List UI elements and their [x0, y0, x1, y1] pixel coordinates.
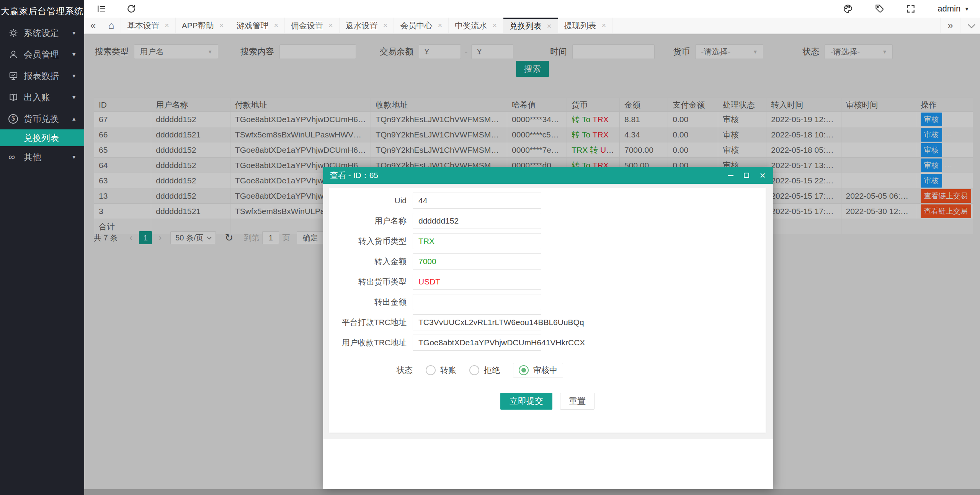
chevron-down-icon: ▼ [71, 51, 77, 57]
sidebar-item-label: 其他 [24, 151, 71, 163]
tab-兑换列表[interactable]: 兑换列表× [503, 18, 558, 33]
field-label: 转出货币类型 [329, 276, 413, 287]
sidebar-subitem-兑换列表[interactable]: 兑换列表 [0, 129, 84, 146]
field-label: Uid [329, 195, 413, 206]
tab-APP帮助[interactable]: APP帮助× [176, 18, 230, 33]
user-menu[interactable]: admin ▼ [938, 4, 969, 14]
tab-close-icon[interactable]: × [328, 21, 333, 30]
tab-label: 中奖流水 [455, 20, 487, 31]
book-icon [8, 92, 24, 102]
tab-提现列表[interactable]: 提现列表× [558, 18, 613, 33]
tabs-scroll-left[interactable]: « [84, 18, 102, 33]
field-input-转出金额[interactable] [413, 294, 541, 310]
tab-基本设置[interactable]: 基本设置× [121, 18, 176, 33]
app-title: 大赢家后台管理系统 [0, 0, 84, 22]
tab-中奖流水[interactable]: 中奖流水× [449, 18, 503, 33]
reset-button[interactable]: 重置 [560, 393, 595, 410]
form-row-7: 用户收款TRC地址TGoe8abtXDe1aYPVhjwDCUmH641VHkr… [329, 335, 766, 351]
field-input-转入金额[interactable]: 7000 [413, 253, 541, 270]
infinity-icon: ∞ [8, 152, 24, 162]
sidebar-menu: 系统设定▼会员管理▼报表数据▼出入账▼$货币兑换▲兑换列表∞其他▼ [0, 22, 84, 168]
toolbar-left [96, 3, 155, 15]
tab-label: 基本设置 [127, 20, 159, 31]
fullscreen-icon[interactable] [905, 3, 916, 15]
field-label: 用户名称 [329, 216, 413, 226]
user-caret-icon: ▼ [964, 6, 969, 12]
sidebar-item-label: 会员管理 [24, 49, 71, 60]
close-icon[interactable]: × [759, 172, 766, 179]
tab-close-icon[interactable]: × [383, 21, 388, 30]
sidebar-item-1[interactable]: 会员管理▼ [0, 44, 84, 65]
home-tab-icon[interactable]: ⌂ [102, 18, 121, 33]
field-input-用户名称[interactable]: dddddd152 [413, 213, 541, 229]
sidebar-item-3[interactable]: 出入账▼ [0, 87, 84, 108]
sidebar-item-label: 出入账 [24, 91, 71, 103]
status-radio-拒绝[interactable]: 拒绝 [469, 363, 500, 377]
dollar-icon: $ [8, 114, 24, 124]
tab-close-icon[interactable]: × [219, 21, 224, 30]
radio-circle-icon [469, 365, 479, 375]
sidebar-item-label: 货币兑换 [24, 113, 71, 125]
field-input-Uid[interactable]: 44 [413, 193, 541, 209]
theme-palette-icon[interactable] [842, 3, 854, 15]
status-radio-审核中[interactable]: 审核中 [513, 363, 563, 377]
field-input-用户收款TRC地址[interactable]: TGoe8abtXDe1aYPVhjwDCUmH641VHkrCCX [413, 335, 541, 351]
view-record-modal: 查看 - ID：65 × Uid44用户名称dddddd152转入货币类型TRX… [323, 167, 773, 489]
chevron-down-icon: ▼ [71, 30, 77, 36]
minimize-icon[interactable] [727, 172, 734, 179]
tab-close-icon[interactable]: × [602, 21, 606, 30]
tab-label: 佣金设置 [291, 20, 323, 31]
tab-游戏管理[interactable]: 游戏管理× [230, 18, 285, 33]
tag-icon[interactable] [874, 3, 885, 15]
sidebar-item-0[interactable]: 系统设定▼ [0, 22, 84, 44]
tabs-scroll-right[interactable]: » [940, 18, 960, 33]
field-label: 用户收款TRC地址 [329, 337, 413, 348]
submit-button[interactable]: 立即提交 [500, 393, 552, 410]
sidebar-item-5[interactable]: ∞其他▼ [0, 146, 84, 168]
refresh-icon[interactable] [126, 3, 137, 15]
tab-返水设置[interactable]: 返水设置× [340, 18, 394, 33]
status-radios: 转账拒绝审核中 [413, 363, 563, 377]
top-toolbar: admin ▼ [84, 0, 980, 18]
field-label: 平台打款TRC地址 [329, 317, 413, 328]
form-row-0: Uid44 [329, 193, 766, 209]
gear-icon [8, 28, 24, 38]
tab-佣金设置[interactable]: 佣金设置× [285, 18, 340, 33]
sidebar-item-2[interactable]: 报表数据▼ [0, 65, 84, 87]
sidebar-item-label: 系统设定 [24, 27, 71, 39]
chevron-down-icon: ▼ [71, 154, 77, 160]
form-row-5: 转出金额 [329, 294, 766, 310]
chevron-down-icon: ▼ [71, 94, 77, 100]
modal-header: 查看 - ID：65 × [323, 167, 773, 184]
sidebar-item-4[interactable]: $货币兑换▲ [0, 108, 84, 129]
collapse-sidebar-icon[interactable] [96, 3, 107, 15]
radio-circle-icon [426, 365, 436, 375]
maximize-icon[interactable] [743, 172, 750, 179]
field-input-转出货币类型[interactable]: USDT [413, 274, 541, 290]
tab-close-icon[interactable]: × [547, 22, 552, 31]
tab-label: 游戏管理 [236, 20, 268, 31]
status-radio-row: 状态 转账拒绝审核中 [329, 363, 766, 377]
tab-会员中心[interactable]: 会员中心× [394, 18, 449, 33]
field-input-平台打款TRC地址[interactable]: TC3VvUUCxL2vRL1rLTW6eou14BBL6UuBQq [413, 314, 541, 330]
tabs-menu-chevron-icon[interactable] [960, 18, 980, 33]
status-radio-转账[interactable]: 转账 [426, 363, 456, 377]
tab-close-icon[interactable]: × [438, 21, 442, 30]
field-input-转入货币类型[interactable]: TRX [413, 233, 541, 249]
form-row-1: 用户名称dddddd152 [329, 213, 766, 229]
form-row-3: 转入金额7000 [329, 253, 766, 270]
tab-label: 兑换列表 [510, 21, 542, 31]
radio-label: 审核中 [533, 365, 557, 376]
radio-circle-icon [519, 365, 529, 375]
tab-bar: « ⌂ 基本设置×APP帮助×游戏管理×佣金设置×返水设置×会员中心×中奖流水×… [84, 18, 980, 34]
chevron-down-icon: ▼ [71, 73, 77, 79]
tab-close-icon[interactable]: × [165, 21, 169, 30]
tabs-strip: 基本设置×APP帮助×游戏管理×佣金设置×返水设置×会员中心×中奖流水×兑换列表… [121, 18, 940, 33]
tab-close-icon[interactable]: × [492, 21, 497, 30]
radio-label: 转账 [440, 365, 456, 376]
field-label: 转出金额 [329, 297, 413, 307]
tab-label: 提现列表 [564, 20, 596, 31]
modal-form-card: Uid44用户名称dddddd152转入货币类型TRX转入金额7000转出货币类… [329, 188, 766, 433]
tab-close-icon[interactable]: × [274, 21, 278, 30]
form-row-2: 转入货币类型TRX [329, 233, 766, 249]
